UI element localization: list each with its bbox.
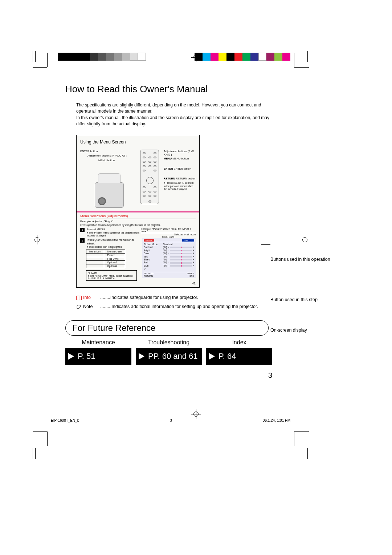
example-line: Example: Adjusting "Bright" [80,220,196,223]
page-number: 3 [65,371,272,380]
remote-illustration [140,150,159,204]
registration-bw-bar [58,53,146,61]
callout-line [261,276,270,276]
registration-cross-icon [192,54,200,61]
remote-label-adjust: Adjustment buttons (P /R /O /Q ) [164,150,196,157]
remote-note: ¥ Press e RETURN to return to the previo… [164,182,196,190]
legend-info-text: ........Indicates safeguards for using t… [100,294,198,301]
osd-screenshot: PictureINPUT 1 Picture ModeStandard Cont… [142,238,196,278]
info-icon [76,296,82,300]
crop-mark [47,53,48,67]
footer-file: EIP-1600T_EN_b [51,418,79,422]
diagram-red-heading: Menu Selections (Adjustments) [80,214,196,219]
registration-color-bar [195,53,290,61]
ref-title-troubleshooting: Troubleshooting [136,339,202,346]
crop-mark [305,448,319,461]
registration-cross-icon [301,236,309,243]
future-reference-heading: For Future Reference [65,320,269,336]
crop-mark [305,51,319,63]
footer-timestamp: 06.1.24, 1:01 PM [263,418,290,422]
note-box: ✎ Note ¥ The "Fine Sync" menu is not ava… [86,270,137,281]
ref-title-maintenance: Maintenance [65,339,131,346]
step-number: 2 [80,238,85,243]
note-icon [76,304,82,309]
callout-line [261,244,270,245]
crop-mark [33,448,47,461]
example-diagram: Using the Menu Screen ENTER button Adjus… [76,135,200,288]
arrow-right-icon [68,353,74,360]
ref-page-index: P. 64 [206,348,272,365]
print-footer: EIP-1600T_EN_b 3 06.1.24, 1:01 PM [51,418,290,422]
ref-title-index: Index [206,339,272,346]
example-sub-line: ¥ This operation can also be performed b… [80,224,196,226]
projector-label-menu: MENU button [98,159,138,162]
divider-bar [77,211,199,212]
footer-mid: 3 [170,418,172,422]
ref-page-troubleshooting: PP. 60 and 61 [136,348,202,365]
projector-label-enter: ENTER button [80,150,138,153]
reference-columns: Maintenance P. 51 Troubleshooting PP. 60… [65,339,272,365]
page-title: How to Read this Owner's Manual [65,84,272,95]
legend-info-label: Info [76,294,97,301]
callout-button-step: Button used in this step [270,297,318,303]
registration-cross-icon [33,236,41,243]
callout-osd: On-screen display [270,327,307,333]
callout-line [250,204,270,204]
legend-note-label: Note [76,303,97,310]
crop-mark [294,431,309,432]
crop-mark [47,432,48,446]
step-number: 1 [80,228,85,232]
menu-table: Menu iconMenu screen Picture Fine Sync O… [86,250,125,268]
crop-mark [294,67,309,68]
intro-p2: In this owner's manual, the illustration… [76,115,272,127]
intro-p1: The specifications are slightly differen… [76,102,272,115]
crop-mark [294,53,294,67]
page-content: How to Read this Owner's Manual The spec… [65,84,272,380]
arrow-right-icon [209,353,215,360]
arrow-right-icon [139,353,144,360]
crop-mark [33,67,47,68]
crop-mark [33,51,47,63]
projector-illustration [95,182,124,208]
diagram-page-number: 41 [80,281,196,286]
intro-text: The specifications are slightly differen… [76,102,272,127]
diagram-section-title: Using the Menu Screen [80,139,196,145]
registration-cross-icon [192,410,200,418]
crop-mark [33,431,47,432]
crop-mark [294,432,294,446]
legend-note-text: .........Indicates additional informatio… [100,303,258,310]
projector-label-adjust: Adjustment buttons (P /R /O /Q ) [87,154,138,158]
ref-page-maintenance: P. 51 [65,348,131,365]
legend: Info ........Indicates safeguards for us… [76,294,272,310]
callout-buttons-operation: Buttons used in this operation [270,256,330,263]
